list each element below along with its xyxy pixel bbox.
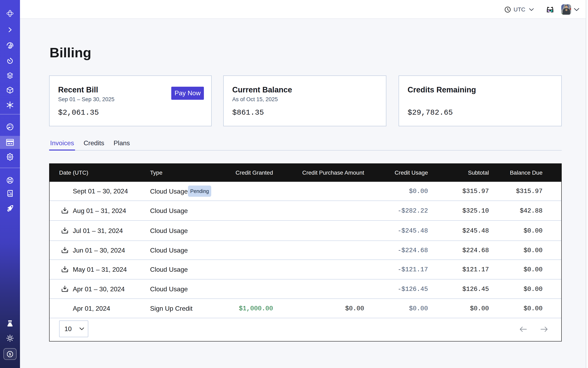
svg-text:$: $ (9, 352, 11, 356)
